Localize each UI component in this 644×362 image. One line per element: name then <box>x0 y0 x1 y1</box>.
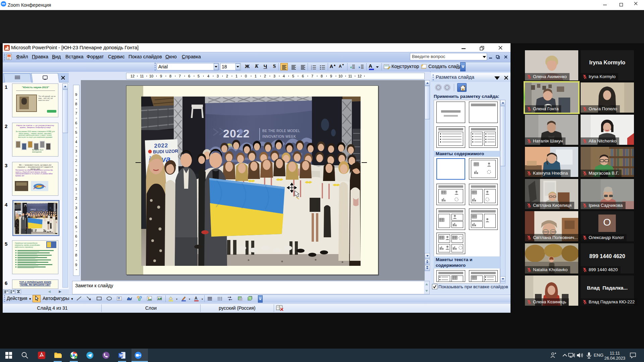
svg-text:2022: 2022 <box>31 208 36 211</box>
svg-text:2022: 2022 <box>154 142 168 149</box>
svg-text:3: 3 <box>311 68 312 70</box>
svg-text:2022: 2022 <box>223 127 250 140</box>
svg-text:BE THE ROLE MODEL: BE THE ROLE MODEL <box>38 209 46 209</box>
svg-text:A: A <box>195 296 198 301</box>
svg-text:INNOVATION WEEK: INNOVATION WEEK <box>262 135 296 138</box>
svg-text:BE THE ROLE MODEL: BE THE ROLE MODEL <box>262 129 300 133</box>
svg-text:INNOVATION WEEK: INNOVATION WEEK <box>38 210 45 210</box>
svg-text:W: W <box>119 353 123 357</box>
svg-text:2022: 2022 <box>17 211 19 213</box>
svg-text:BUDI UZOR: BUDI UZOR <box>153 148 178 155</box>
